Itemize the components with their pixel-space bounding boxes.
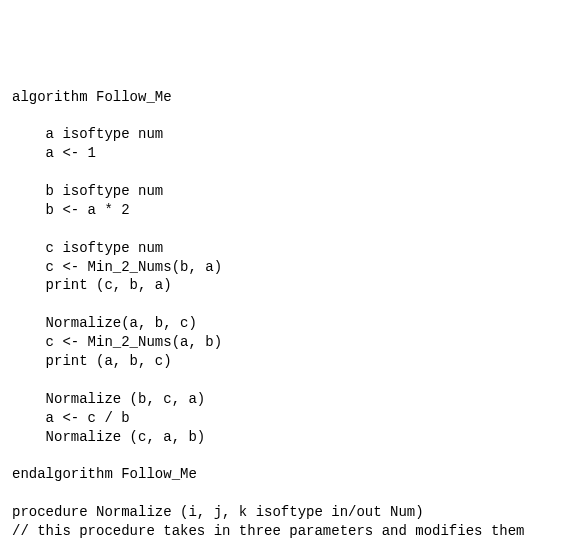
code-line: b <- a * 2 [12,202,130,218]
code-line: print (a, b, c) [12,353,172,369]
code-line: algorithm Follow_Me [12,89,172,105]
code-line: a isoftype num [12,126,163,142]
code-line: print (c, b, a) [12,277,172,293]
code-line: b isoftype num [12,183,163,199]
code-line: c <- Min_2_Nums(a, b) [12,334,222,350]
code-line: procedure Normalize (i, j, k isoftype in… [12,504,424,520]
code-line: Normalize(a, b, c) [12,315,197,331]
code-line: a <- c / b [12,410,130,426]
code-line: endalgorithm Follow_Me [12,466,197,482]
code-line: a <- 1 [12,145,96,161]
code-line: c isoftype num [12,240,163,256]
code-listing: algorithm Follow_Me a isoftype num a <- … [12,88,570,550]
code-line: Normalize (c, a, b) [12,429,205,445]
code-line: // this procedure takes in three paramet… [12,523,524,539]
code-line: Normalize (b, c, a) [12,391,205,407]
code-line: c <- Min_2_Nums(b, a) [12,259,222,275]
